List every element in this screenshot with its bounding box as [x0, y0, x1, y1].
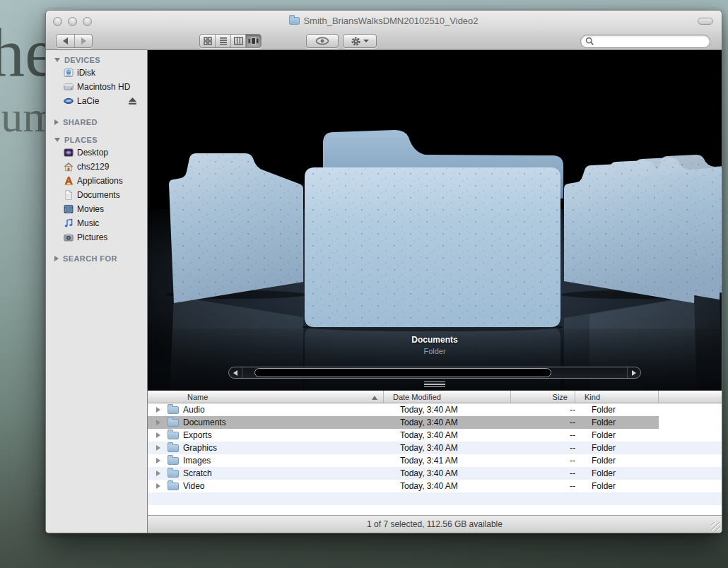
desktop-icon	[63, 148, 74, 158]
sidebar-group-search-for[interactable]: SEARCH FOR	[46, 253, 147, 264]
folder-icon	[168, 457, 179, 465]
back-icon	[63, 37, 68, 45]
coverflow-item-kind: Folder	[148, 347, 722, 355]
coverflow-scrollbar[interactable]	[228, 367, 641, 379]
column-label: Size	[553, 393, 568, 401]
status-text: 1 of 7 selected, 112.56 GB available	[367, 519, 503, 529]
column-header-name[interactable]: Name	[148, 391, 384, 403]
scroll-right-button[interactable]	[627, 367, 640, 378]
sidebar-item-label: Pictures	[77, 232, 107, 242]
table-row-scratch[interactable]: Scratch Today, 3:40 AM -- Folder	[148, 467, 722, 480]
column-header-size[interactable]: Size	[511, 391, 575, 403]
applications-icon	[63, 176, 74, 187]
toolbar-toggle-button[interactable]	[698, 18, 713, 25]
coverflow-view-button[interactable]	[245, 35, 261, 47]
group-label: SEARCH FOR	[63, 254, 117, 263]
column-label: Kind	[585, 393, 600, 401]
sidebar-item-label: Applications	[77, 176, 123, 186]
sidebar-item-macintosh-hd[interactable]: Macintosh HD	[46, 80, 147, 94]
disclosure-triangle-icon[interactable]	[156, 458, 163, 463]
music-icon	[63, 218, 74, 229]
window-title-text: Smith_BriansWalksDMN20102510_Video2	[303, 16, 478, 26]
sidebar-group-places[interactable]: PLACES	[46, 134, 147, 146]
sidebar-item-lacie[interactable]: LaCie	[46, 94, 147, 108]
sidebar-item-movies[interactable]: Movies	[46, 202, 147, 216]
table-row-audio[interactable]: Audio Today, 3:40 AM -- Folder	[148, 403, 722, 416]
cell-date: Today, 3:40 AM	[391, 430, 518, 440]
cell-kind: Folder	[582, 418, 666, 427]
sidebar-item-idisk[interactable]: iDisk	[46, 66, 147, 80]
dropdown-caret-icon	[363, 40, 369, 45]
list-header: Name Date Modified Size Kind	[148, 391, 722, 403]
sidebar-group-shared[interactable]: SHARED	[46, 117, 147, 128]
sidebar: DEVICES iDisk Macintosh HD LaCie	[46, 50, 148, 533]
coverflow-scrollbar-thumb[interactable]	[254, 368, 551, 377]
pictures-icon	[63, 232, 74, 243]
search-input[interactable]	[594, 37, 710, 47]
disclosure-closed-icon[interactable]	[54, 119, 59, 125]
disclosure-open-icon[interactable]	[54, 138, 60, 142]
sidebar-item-music[interactable]: Music	[46, 216, 147, 230]
sidebar-item-pictures[interactable]: Pictures	[46, 230, 147, 244]
search-field[interactable]	[580, 35, 710, 48]
disclosure-open-icon[interactable]	[54, 58, 60, 62]
window-title: Smith_BriansWalksDMN20102510_Video2	[46, 16, 722, 26]
table-row-images[interactable]: Images Today, 3:41 AM -- Folder	[148, 454, 722, 467]
disclosure-triangle-icon[interactable]	[156, 471, 163, 476]
sidebar-item-applications[interactable]: Applications	[46, 174, 147, 188]
column-view-button[interactable]	[230, 35, 246, 47]
cell-kind: Folder	[582, 481, 666, 491]
icon-view-icon	[204, 37, 212, 45]
eject-button[interactable]	[128, 97, 137, 107]
disclosure-closed-icon[interactable]	[54, 256, 59, 261]
resize-grip[interactable]	[711, 522, 720, 531]
scroll-right-icon	[632, 370, 636, 376]
quick-look-button[interactable]	[306, 34, 339, 48]
eject-icon	[128, 97, 137, 105]
cell-name: Graphics	[183, 443, 391, 453]
sidebar-item-label: chs2129	[77, 162, 109, 172]
pane-resize-handle[interactable]	[424, 381, 445, 388]
status-bar: 1 of 7 selected, 112.56 GB available	[148, 515, 722, 533]
icon-view-button[interactable]	[200, 35, 215, 47]
gear-icon	[351, 36, 361, 47]
cell-size: --	[518, 418, 582, 427]
cell-name: Video	[183, 481, 391, 491]
disclosure-triangle-icon[interactable]	[156, 445, 163, 451]
cell-name: Images	[183, 456, 391, 466]
cell-name: Scratch	[183, 468, 391, 478]
action-menu-button[interactable]	[343, 34, 377, 48]
disclosure-triangle-icon[interactable]	[156, 407, 163, 413]
cell-size: --	[518, 456, 582, 466]
cell-date: Today, 3:40 AM	[391, 405, 518, 415]
sidebar-group-devices[interactable]: DEVICES	[46, 54, 147, 66]
disclosure-triangle-icon[interactable]	[156, 420, 163, 425]
proxy-folder-icon[interactable]	[289, 17, 300, 25]
group-label: PLACES	[64, 136, 98, 144]
sidebar-item-documents[interactable]: Documents	[46, 188, 147, 202]
table-row-documents[interactable]: Documents Today, 3:40 AM -- Folder	[148, 416, 722, 429]
column-header-kind[interactable]: Kind	[575, 391, 659, 403]
back-button[interactable]	[57, 35, 74, 47]
hard-drive-icon	[63, 82, 74, 93]
cell-kind: Folder	[582, 443, 666, 453]
table-row-video[interactable]: Video Today, 3:40 AM -- Folder	[148, 480, 722, 492]
finder-window: Smith_BriansWalksDMN20102510_Video2	[45, 10, 722, 533]
cell-date: Today, 3:40 AM	[391, 443, 518, 453]
disclosure-triangle-icon[interactable]	[156, 483, 163, 489]
forward-button[interactable]	[74, 35, 92, 47]
list-view-button[interactable]	[215, 35, 230, 47]
titlebar[interactable]: Smith_BriansWalksDMN20102510_Video2	[46, 11, 722, 32]
sidebar-item-home[interactable]: chs2129	[46, 160, 147, 174]
disclosure-triangle-icon[interactable]	[156, 432, 163, 438]
coverflow-pane[interactable]: Documents Folder	[148, 50, 722, 391]
folder-icon	[168, 432, 179, 439]
table-row-graphics[interactable]: Graphics Today, 3:40 AM -- Folder	[148, 442, 722, 454]
sidebar-item-desktop[interactable]: Desktop	[46, 146, 147, 160]
cell-kind: Folder	[582, 468, 666, 478]
table-row-exports[interactable]: Exports Today, 3:40 AM -- Folder	[148, 429, 722, 442]
column-header-date-modified[interactable]: Date Modified	[384, 391, 511, 403]
scroll-left-button[interactable]	[229, 367, 242, 378]
column-label: Name	[187, 393, 208, 401]
folder-icon	[168, 483, 179, 490]
